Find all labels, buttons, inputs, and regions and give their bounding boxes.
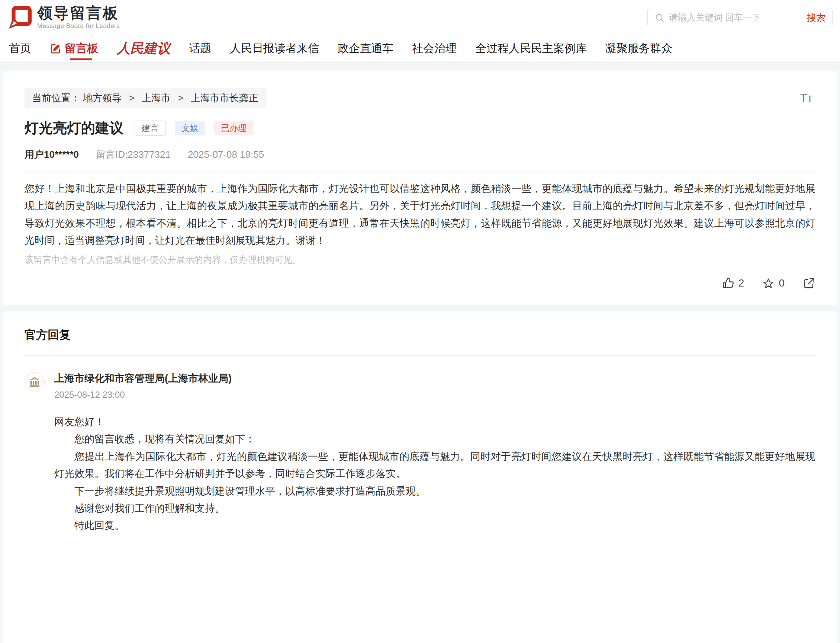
reply-divider bbox=[24, 355, 816, 356]
share-icon bbox=[803, 277, 816, 290]
tag-category-entertainment: 文娱 bbox=[175, 121, 205, 136]
reply-paragraph: 特此回复。 bbox=[54, 517, 816, 534]
like-count: 2 bbox=[739, 277, 744, 289]
message-id: 留言ID:23377321 bbox=[96, 148, 171, 161]
site-logo[interactable]: 领导留言板 Message Board for Leaders bbox=[7, 5, 120, 30]
logo-icon bbox=[7, 5, 32, 30]
nav-item-topics[interactable]: 话题 bbox=[189, 35, 211, 62]
reply-paragraph: 您的留言收悉，现将有关情况回复如下： bbox=[54, 431, 816, 448]
breadcrumb-separator: > bbox=[178, 92, 183, 103]
reply-paragraph: 网友您好！ bbox=[54, 413, 816, 431]
agency-avatar bbox=[24, 372, 45, 392]
reply-paragraph: 您提出上海作为国际化大都市，灯光的颜色建议稍淡一些，更能体现城市的底蕴与魅力。同… bbox=[54, 448, 816, 483]
nav-item-social-governance[interactable]: 社会治理 bbox=[412, 35, 457, 62]
nav-item-label: 留言板 bbox=[65, 41, 98, 56]
nav-item-home[interactable]: 首页 bbox=[9, 35, 31, 62]
official-reply-card: 官方回复 上海市绿化和市容管理局(上海市林业局) 2025-08-12 23:0… bbox=[3, 312, 837, 643]
nav-item-people-suggestion[interactable]: 人民建议 bbox=[117, 35, 170, 62]
reply-paragraph: 下一步将继续提升景观照明规划建设管理水平，以高标准要求打造高品质景观。 bbox=[54, 483, 816, 500]
font-size-toggle[interactable]: Tт bbox=[800, 91, 816, 105]
privacy-note: 该留言中含有个人信息或其他不便公开展示的内容，仅办理机构可见。 bbox=[24, 254, 816, 266]
title-row: 灯光亮灯的建议 建言 文娱 已办理 bbox=[24, 119, 816, 138]
breadcrumb-separator: > bbox=[129, 92, 134, 103]
nav-item-label: 凝聚服务群众 bbox=[606, 41, 672, 56]
favorite-button[interactable]: 0 bbox=[762, 277, 785, 290]
breadcrumb: 当前位置： 地方领导 > 上海市 > 上海市市长龚正 bbox=[24, 88, 266, 108]
favorite-count: 0 bbox=[779, 277, 785, 289]
nav-item-label: 首页 bbox=[9, 41, 31, 56]
nav-item-label: 全过程人民民主案例库 bbox=[475, 41, 587, 56]
nav-item-message-board[interactable]: 留言板 bbox=[50, 35, 98, 62]
breadcrumb-link-shanghai[interactable]: 上海市 bbox=[142, 92, 171, 103]
message-datetime: 2025-07-08 19:55 bbox=[188, 149, 264, 160]
search-icon bbox=[654, 13, 664, 23]
breadcrumb-prefix: 当前位置： bbox=[32, 92, 80, 103]
logo-text: 领导留言板 Message Board for Leaders bbox=[37, 5, 120, 30]
breadcrumb-link-local-leaders[interactable]: 地方领导 bbox=[83, 92, 122, 103]
share-button[interactable] bbox=[803, 277, 816, 290]
agency-name: 上海市绿化和市容管理局(上海市林业局) bbox=[54, 372, 232, 385]
message-body: 您好！上海和北京是中国极其重要的城市，上海作为国际化大都市，灯光设计也可以借鉴这… bbox=[24, 180, 816, 249]
reply-paragraph: 感谢您对我们工作的理解和支持。 bbox=[54, 500, 816, 517]
nav-item-serve-masses[interactable]: 凝聚服务群众 bbox=[606, 35, 672, 62]
nav-item-label: 社会治理 bbox=[412, 41, 457, 56]
star-icon bbox=[762, 277, 775, 290]
nav-item-label: 政企直通车 bbox=[338, 41, 393, 56]
page: 领导留言板 Message Board for Leaders 搜索 首页 bbox=[0, 0, 840, 643]
tag-suggestion: 建言 bbox=[135, 121, 166, 136]
breadcrumb-row: 当前位置： 地方领导 > 上海市 > 上海市市长龚正 Tт bbox=[24, 88, 816, 108]
government-building-icon bbox=[29, 376, 41, 388]
logo-subtitle: Message Board for Leaders bbox=[37, 22, 120, 30]
search-input[interactable] bbox=[669, 12, 803, 23]
search-button[interactable]: 搜索 bbox=[807, 11, 825, 24]
reply-datetime: 2025-08-12 23:00 bbox=[54, 390, 232, 400]
main-nav: 首页 留言板 人民建议 话题 人民日报读者来信 政企直通车 社会治理 全过程人民… bbox=[0, 35, 840, 62]
search-box: 搜索 bbox=[647, 8, 833, 27]
site-header: 领导留言板 Message Board for Leaders 搜索 bbox=[0, 0, 840, 35]
nav-item-gov-business-line[interactable]: 政企直通车 bbox=[338, 35, 393, 62]
status-badge-handled: 已办理 bbox=[214, 121, 253, 136]
like-button[interactable]: 2 bbox=[722, 277, 744, 290]
reply-header: 上海市绿化和市容管理局(上海市林业局) 2025-08-12 23:00 bbox=[24, 372, 816, 400]
message-user: 用户10*****0 bbox=[24, 148, 79, 161]
thumbs-up-icon bbox=[722, 277, 735, 290]
nav-item-label: 人民建议 bbox=[117, 39, 170, 58]
main-content: 当前位置： 地方领导 > 上海市 > 上海市市长龚正 Tт 灯光亮灯的建议 建言… bbox=[0, 62, 840, 643]
nav-item-label: 话题 bbox=[189, 41, 211, 56]
reply-body: 网友您好！ 您的留言收悉，现将有关情况回复如下： 您提出上海作为国际化大都市，灯… bbox=[54, 413, 816, 534]
logo-title: 领导留言板 bbox=[37, 5, 120, 21]
meta-divider bbox=[24, 171, 816, 172]
reply-section-title: 官方回复 bbox=[24, 327, 816, 343]
message-card: 当前位置： 地方领导 > 上海市 > 上海市市长龚正 Tт 灯光亮灯的建议 建言… bbox=[3, 71, 837, 305]
nav-item-democracy-cases[interactable]: 全过程人民民主案例库 bbox=[475, 35, 587, 62]
message-meta: 用户10*****0 留言ID:23377321 2025-07-08 19:5… bbox=[24, 148, 816, 161]
nav-item-label: 人民日报读者来信 bbox=[230, 41, 319, 56]
breadcrumb-link-mayor[interactable]: 上海市市长龚正 bbox=[191, 92, 259, 103]
message-title: 灯光亮灯的建议 bbox=[24, 119, 124, 138]
agency-info: 上海市绿化和市容管理局(上海市林业局) 2025-08-12 23:00 bbox=[54, 372, 232, 400]
message-actions: 2 0 bbox=[24, 277, 816, 290]
nav-item-reader-letters[interactable]: 人民日报读者来信 bbox=[230, 35, 319, 62]
pen-edit-icon bbox=[50, 43, 61, 54]
